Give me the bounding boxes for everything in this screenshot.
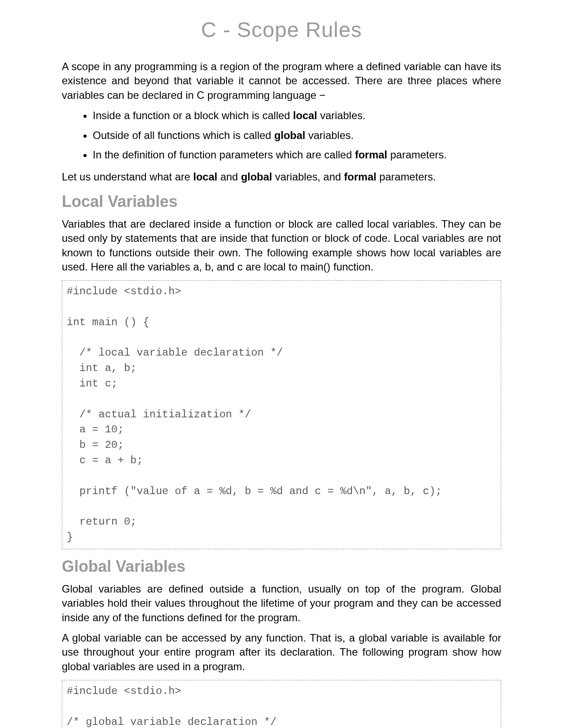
bullet-text-pre: Outside of all functions which is called — [93, 129, 274, 141]
text: variables, and — [272, 171, 344, 183]
bullet-text-bold: global — [274, 129, 306, 141]
global-variables-code: #include <stdio.h> /* global variable de… — [62, 680, 501, 728]
bullet-text-post: variables. — [317, 109, 365, 121]
bold-local: local — [193, 171, 218, 183]
bold-global: global — [241, 171, 272, 183]
bullet-local: Inside a function or a block which is ca… — [93, 109, 501, 123]
bullet-formal: In the definition of function parameters… — [93, 148, 501, 162]
bullet-text-bold: formal — [355, 149, 387, 161]
bullet-text-post: parameters. — [387, 149, 447, 161]
local-variables-paragraph: Variables that are declared inside a fun… — [62, 217, 501, 274]
document-page: C - Scope Rules A scope in any programmi… — [0, 0, 563, 728]
local-variables-heading: Local Variables — [62, 192, 501, 211]
bullet-text-pre: In the definition of function parameters… — [93, 149, 355, 161]
text: Let us understand what are — [62, 171, 193, 183]
text: and — [217, 171, 241, 183]
bullet-list: Inside a function or a block which is ca… — [79, 109, 501, 162]
bullet-text-bold: local — [293, 109, 317, 121]
intro-paragraph: A scope in any programming is a region o… — [62, 60, 501, 102]
bullet-text-pre: Inside a function or a block which is ca… — [93, 109, 293, 121]
page-title: C - Scope Rules — [62, 18, 501, 42]
local-variables-code: #include <stdio.h> int main () { /* loca… — [62, 280, 501, 549]
understand-paragraph: Let us understand what are local and glo… — [62, 170, 501, 184]
bold-formal: formal — [344, 171, 376, 183]
text: parameters. — [376, 171, 436, 183]
global-variables-paragraph-1: Global variables are defined outside a f… — [62, 582, 501, 625]
global-variables-heading: Global Variables — [62, 557, 501, 576]
global-variables-paragraph-2: A global variable can be accessed by any… — [62, 631, 501, 674]
bullet-text-post: variables. — [306, 129, 354, 141]
bullet-global: Outside of all functions which is called… — [93, 128, 501, 143]
